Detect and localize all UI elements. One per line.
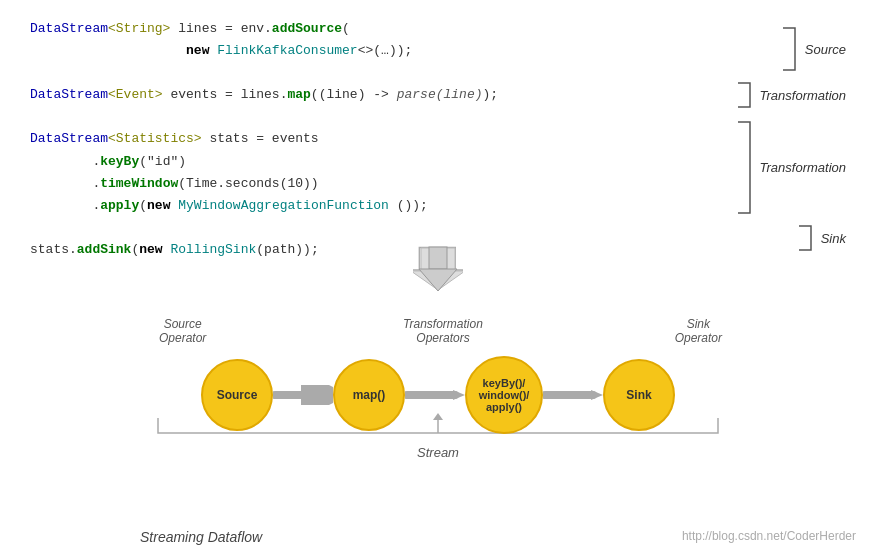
down-arrow-icon [413, 243, 463, 293]
code-line-7: .apply(new MyWindowAggregationFunction (… [30, 195, 656, 217]
arrow-window-to-sink [543, 385, 603, 405]
code-line-blank3 [30, 217, 656, 239]
arrow-source-to-map [273, 385, 333, 405]
window-node: keyBy()/window()/apply() [465, 356, 543, 434]
svg-marker-12 [433, 413, 443, 420]
source-label: Source [805, 42, 846, 57]
svg-marker-6 [323, 390, 333, 400]
map-node: map() [333, 359, 405, 431]
code-area: DataStream<String> lines = env.addSource… [30, 18, 656, 240]
code-line-4: DataStream<Statistics> stats = events [30, 128, 656, 150]
code-line-6: .timeWindow(Time.seconds(10)) [30, 173, 656, 195]
code-line-blank2 [30, 106, 656, 128]
bottom-label: Streaming Dataflow http://blog.csdn.net/… [0, 529, 876, 545]
transformation1-label: Transformation [760, 88, 846, 103]
transformation-operators-label: TransformationOperators [383, 317, 503, 345]
svg-rect-2 [429, 247, 447, 269]
source-operator-label: SourceOperator [138, 317, 228, 345]
stream-label: Stream [417, 445, 459, 460]
code-line-3: DataStream<Event> events = lines.map((li… [30, 84, 656, 106]
sink-operator-label: SinkOperator [658, 317, 738, 345]
transformation1-bracket: Transformation [736, 81, 846, 109]
diagram-labels-row: SourceOperator TransformationOperators S… [0, 295, 876, 345]
transformation2-label: Transformation [760, 160, 846, 175]
top-section: DataStream<String> lines = env.addSource… [0, 0, 876, 240]
diagram-section: SourceOperator TransformationOperators S… [0, 295, 876, 495]
code-line-2: new FlinkKafkaConsumer<>(…)); [30, 40, 656, 62]
svg-marker-10 [591, 390, 603, 400]
code-line-1: DataStream<String> lines = env.addSource… [30, 18, 656, 40]
svg-marker-8 [453, 390, 465, 400]
bracket-labels: Source Transformation Transformation Sin… [656, 18, 846, 240]
arrow-map-to-window [405, 385, 465, 405]
website-label: http://blog.csdn.net/CoderHerder [682, 529, 856, 545]
arrow-down-section [0, 238, 876, 298]
code-line-blank1 [30, 62, 656, 84]
sink-node: Sink [603, 359, 675, 431]
type-keyword: DataStream [30, 21, 108, 36]
code-line-5: .keyBy("id") [30, 151, 656, 173]
transformation2-bracket: Transformation [736, 120, 846, 215]
source-node: Source [201, 359, 273, 431]
source-bracket: Source [781, 26, 846, 72]
streaming-dataflow-label: Streaming Dataflow [20, 529, 262, 545]
